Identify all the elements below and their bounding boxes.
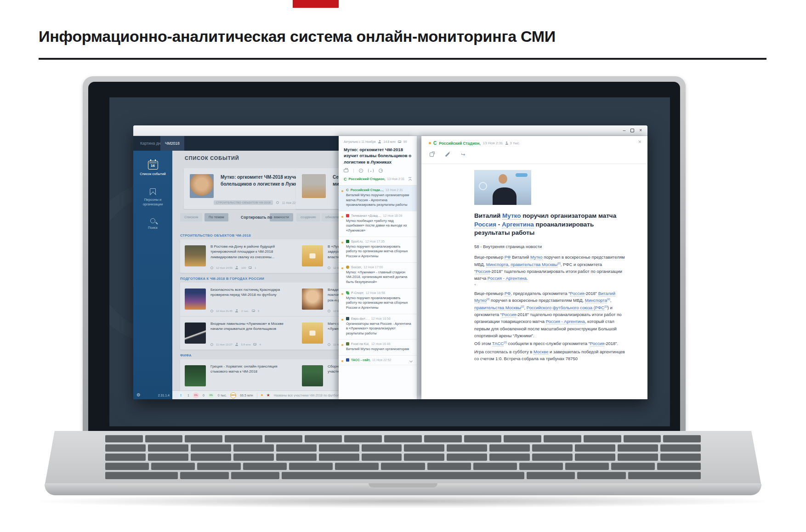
feed-source-row[interactable]: С Российский Стадион, 13 Ноя 2:31 [344,177,412,181]
keyboard-key [384,435,422,442]
status-message[interactable]: Названы все участники ЧМ-2018 по футболу [274,394,339,397]
sort-option[interactable]: созданию [296,213,320,221]
reference-superscript[interactable]: [2] [607,298,610,300]
keyboard-key [489,444,530,452]
tab-cm2018[interactable]: ЧМ2018 [160,136,184,151]
window-titlebar[interactable]: – × [133,125,647,136]
reference-superscript[interactable]: [2] [521,305,524,307]
feed-item[interactable]: Телеканал «Дожд...,12 Ноя 18:09Мутко поо… [339,211,417,237]
comments-icon [249,266,252,269]
entity-link[interactable]: РФ [505,255,511,260]
maximize-icon[interactable] [630,129,634,132]
feed-source-name: Телеканал «Дожд..., [351,214,381,217]
entity-link[interactable]: Россия [474,221,496,228]
share-icon[interactable]: ↪ [461,153,465,157]
entity-link[interactable]: Россия [476,269,490,274]
keyboard-key [527,472,575,479]
event-item[interactable]: Греция - Хорватия: онлайн-трансляция сты… [180,359,297,393]
article-source-name[interactable]: Российский Стадион, [439,141,481,146]
entity-link[interactable]: ТАСС [492,341,504,346]
event-text-line: Владимир Аветисян пооб [328,287,339,292]
sort-option[interactable]: обновлению [321,213,339,221]
sidebar-item-search[interactable]: Поиск [133,216,172,232]
keyboard-row [105,463,701,470]
entity-link[interactable]: Мутко [530,255,543,260]
edit-icon[interactable] [445,153,450,157]
entity-link[interactable]: правительства Москвы [474,305,521,311]
entity-link[interactable]: Москве [534,349,548,355]
feed-item-text: Виталий Мутко поручил организаторам матч… [346,193,412,208]
collapse-to-top-icon[interactable] [408,177,412,181]
keyboard-key [447,453,487,461]
minimize-icon[interactable]: – [623,127,626,134]
feed-item[interactable]: Евро-фут... ,12 Ноя 16:56Организаторы ма… [339,314,417,340]
event-text: Владимир Аветисян пообпоклонникам успеть… [328,287,339,303]
entity-link[interactable]: РФ [505,291,511,296]
reference-superscript[interactable]: [2] [604,305,607,307]
entity-link[interactable]: Мутко [502,212,521,220]
entity-link[interactable]: Россия - Аргентина [488,276,527,281]
entity-link[interactable]: Россия [590,341,604,346]
title-rule [39,58,766,60]
featured-event-card[interactable]: Серми [296,168,339,209]
bookmark-icon [150,188,156,195]
entity-link[interactable]: Минспорта [486,262,508,267]
close-icon[interactable]: × [639,127,642,134]
feed-item-header: Food na Kul,12 Ноя 16:46 [346,342,412,345]
page-title: Информационно-аналитическая система онла… [39,28,556,45]
event-item[interactable]: В «Лужниках» заявили, чтозадержке болель… [297,239,339,273]
entity-link[interactable]: Россия [570,291,584,296]
entity-link[interactable]: Аргентина [502,221,534,228]
open-external-icon[interactable] [430,153,434,157]
feed-item[interactable]: Sport.ru,12 Ноя 17:35Мутко поручил проан… [339,237,417,263]
app-version: 2.31.1.4 [158,394,170,397]
feed-item[interactable]: Р-Спорт,12 Ноя 16:58Мутко поручил проана… [339,289,417,314]
event-item[interactable]: В Ростове-на-Дону в районе будущей трени… [180,239,297,273]
article-actions: ↪ [430,153,465,157]
event-item[interactable]: Входные павильоны «Лужников» в Москве на… [180,317,297,350]
reference-superscript[interactable]: [2] [557,261,561,264]
reference-superscript[interactable]: [2] [504,341,507,344]
close-panel-icon[interactable]: × [638,139,641,145]
sidebar-item-events[interactable]: 16Список событий [133,159,172,178]
topic-badge[interactable]: СТРОИТЕЛЬСТВО ОБЪЕКТОВ ЧМ-2018 [214,200,273,205]
feed-item[interactable]: СРоссийский Стади...,13 Ноя 2:31Виталий … [339,186,417,211]
event-text-line: Сборная Швейцарии стала [328,364,339,369]
event-text-line: «Лужники» пройдет сегодн [328,326,339,331]
app-window: – × Картина дняЧМ2018 16Список событийПе… [133,125,647,399]
event-item[interactable]: Безопасность всех гостиниц Краснодара пр… [180,283,297,316]
gear-icon[interactable]: ⚙ [136,393,141,397]
text-segment: Виталий [474,212,502,219]
source-favicon: С [346,188,349,192]
feed-source-name: Soccer, [351,266,362,269]
entity-link[interactable]: Минспорта [585,298,607,303]
sort-option[interactable]: важности [270,213,293,221]
broadcast-icon[interactable] [368,169,374,173]
entity-link[interactable]: правительства Москвы [511,262,557,267]
entity-link[interactable]: Россия [502,312,516,317]
print-icon[interactable] [344,169,348,172]
calendar-day: 16 [148,164,158,168]
check-circle-icon[interactable]: ✓ [359,169,363,173]
feed-item[interactable]: Soccer,12 Ноя 17:00Мутко: «Лужники» - гл… [339,263,417,289]
event-thumbnail [302,365,323,386]
event-item[interactable]: Матч открытия столичного«Лужники» пройде… [297,317,339,350]
gauge-icon[interactable] [379,169,383,173]
view-toggle-by-topic[interactable]: По темам [204,213,228,221]
keyboard-key [197,463,241,470]
photo-banner-chip [516,173,528,177]
feed-item[interactable]: Food na Kul,12 Ноя 16:46Виталий Мутко по… [339,340,417,356]
feed-item[interactable]: ТАСС - сайт,11 Ноя 22:52 [339,356,417,365]
source-favicon [346,214,349,217]
feed-meta: Актуально с 11 Ноября 14.8 млн 99 [344,140,412,143]
entity-link[interactable]: Россия - Аргентина [546,319,585,324]
event-item[interactable]: Сборная Швейцарии сталаучастником чемпио… [297,359,339,393]
keyboard-key [473,463,517,470]
sidebar-item-persons[interactable]: Персоны и организации [133,187,172,209]
feed-item-header: ТАСС - сайт,11 Ноя 22:52 [346,358,412,362]
entity-link[interactable]: Российского футбольного союза (РФС [527,305,604,311]
view-toggle-as-list[interactable]: Списком [180,213,202,221]
event-item[interactable]: Владимир Аветисян пообпоклонникам успеть… [297,283,339,316]
comments-icon [252,310,255,312]
keyboard-key [660,453,701,461]
